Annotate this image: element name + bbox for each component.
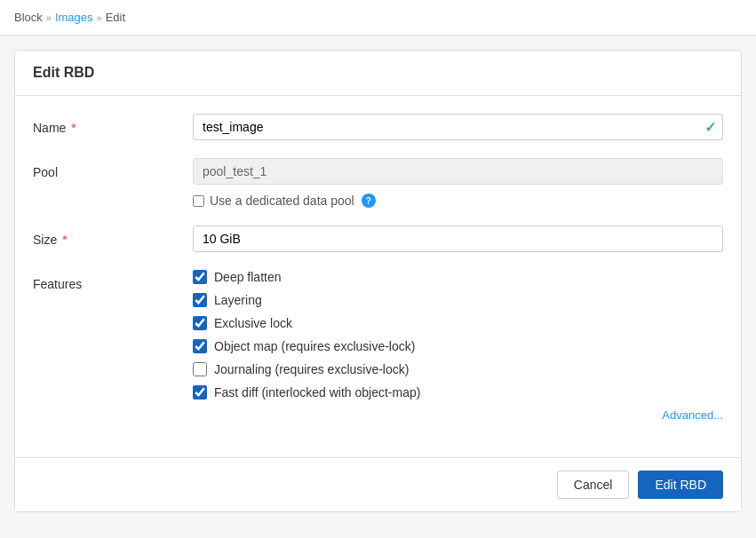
feature-layering: Layering: [193, 293, 723, 307]
name-valid-icon: ✓: [704, 119, 716, 136]
name-input-wrap: ✓: [193, 114, 723, 140]
cancel-button[interactable]: Cancel: [557, 471, 630, 499]
pool-control-wrap: Use a dedicated data pool ?: [193, 158, 723, 208]
name-required: *: [71, 121, 76, 135]
dedicated-pool-checkbox[interactable]: [193, 195, 204, 207]
size-required: *: [62, 233, 67, 247]
pool-label: Pool: [33, 158, 193, 179]
card-header: Edit RBD: [15, 51, 741, 96]
size-row: Size *: [33, 225, 723, 252]
fast-diff-label[interactable]: Fast diff (interlocked with object-map): [214, 385, 420, 400]
features-list: Deep flatten Layering Exclusive lock: [193, 270, 723, 400]
breadcrumb: Block » Images » Edit: [0, 0, 756, 36]
edit-rbd-card: Edit RBD Name * ✓ Pool: [14, 50, 742, 512]
name-row: Name * ✓: [33, 114, 723, 140]
page-container: Edit RBD Name * ✓ Pool: [0, 36, 756, 526]
name-label: Name *: [33, 114, 193, 135]
pool-row: Pool Use a dedicated data pool ?: [33, 158, 723, 208]
layering-checkbox[interactable]: [193, 293, 207, 307]
fast-diff-checkbox[interactable]: [193, 385, 207, 400]
exclusive-lock-label[interactable]: Exclusive lock: [214, 316, 292, 330]
features-row: Features Deep flatten Layering: [33, 270, 723, 422]
name-input[interactable]: [193, 114, 723, 140]
feature-fast-diff: Fast diff (interlocked with object-map): [193, 385, 723, 400]
dedicated-pool-label[interactable]: Use a dedicated data pool: [210, 194, 354, 208]
size-label: Size *: [33, 225, 193, 247]
layering-label[interactable]: Layering: [214, 293, 262, 307]
card-title: Edit RBD: [33, 65, 94, 80]
journaling-label[interactable]: Journaling (requires exclusive-lock): [214, 362, 409, 376]
journaling-checkbox[interactable]: [193, 362, 207, 376]
feature-object-map: Object map (requires exclusive-lock): [193, 339, 723, 353]
breadcrumb-sep-1: »: [46, 12, 52, 23]
object-map-label[interactable]: Object map (requires exclusive-lock): [214, 339, 415, 353]
breadcrumb-images[interactable]: Images: [55, 11, 93, 24]
pool-input: [193, 158, 723, 185]
dedicated-pool-row: Use a dedicated data pool ?: [193, 194, 723, 208]
advanced-link[interactable]: Advanced...: [193, 408, 723, 422]
card-footer: Cancel Edit RBD: [15, 457, 741, 511]
features-label: Features: [33, 270, 193, 291]
feature-journaling: Journaling (requires exclusive-lock): [193, 362, 723, 376]
breadcrumb-edit: Edit: [106, 11, 125, 24]
breadcrumb-sep-2: »: [97, 12, 102, 23]
name-control-wrap: ✓: [193, 114, 723, 140]
object-map-checkbox[interactable]: [193, 339, 207, 353]
feature-deep-flatten: Deep flatten: [193, 270, 723, 284]
breadcrumb-block: Block: [14, 11, 43, 24]
feature-exclusive-lock: Exclusive lock: [193, 316, 723, 330]
dedicated-pool-help-icon[interactable]: ?: [362, 194, 376, 208]
exclusive-lock-checkbox[interactable]: [193, 316, 207, 330]
submit-button[interactable]: Edit RBD: [638, 471, 723, 499]
size-control-wrap: [193, 225, 723, 252]
deep-flatten-checkbox[interactable]: [193, 270, 207, 284]
features-control-wrap: Deep flatten Layering Exclusive lock: [193, 270, 723, 422]
deep-flatten-label[interactable]: Deep flatten: [214, 270, 282, 284]
card-body: Name * ✓ Pool Use a dedicated: [15, 96, 741, 457]
size-input[interactable]: [193, 225, 723, 252]
